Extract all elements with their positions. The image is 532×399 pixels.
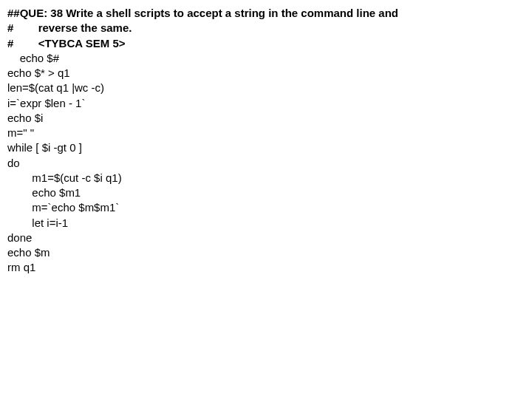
code-line: len=$(cat q1 |wc -c) — [7, 81, 525, 95]
code-line: let i=i-1 — [7, 216, 525, 231]
code-line: echo $* > q1 — [7, 66, 525, 81]
code-line: rm q1 — [7, 260, 525, 275]
code-line: echo $i — [7, 111, 525, 126]
code-line: do — [7, 156, 525, 171]
code-line: done — [7, 231, 525, 245]
code-line: # reverse the same. — [7, 21, 525, 35]
code-line: m=`echo $m$m1` — [7, 200, 525, 215]
code-line: # <TYBCA SEM 5> — [7, 36, 525, 51]
code-line: m=" " — [7, 126, 525, 140]
code-line: ##QUE: 38 Write a shell scripts to accep… — [7, 6, 525, 21]
code-line: while [ $i -gt 0 ] — [7, 140, 525, 155]
code-line: echo $m1 — [7, 185, 525, 200]
code-line: echo $# — [7, 51, 525, 66]
code-line: m1=$(cut -c $i q1) — [7, 171, 525, 185]
code-line: echo $m — [7, 245, 525, 260]
code-line: i=`expr $len - 1` — [7, 96, 525, 111]
code-block: ##QUE: 38 Write a shell scripts to accep… — [7, 6, 525, 276]
